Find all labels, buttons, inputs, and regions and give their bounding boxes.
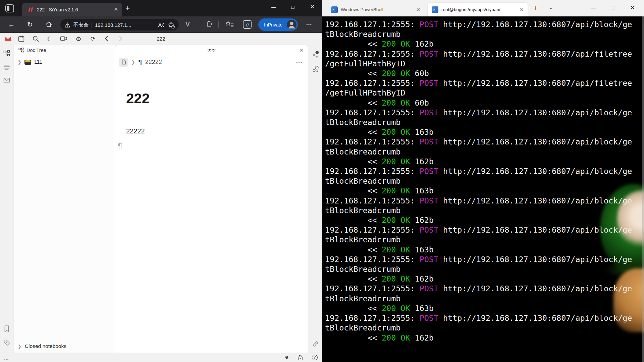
closed-notebooks-label: Closed notebooks bbox=[25, 343, 66, 349]
back-icon[interactable]: ← bbox=[8, 20, 15, 28]
closed-notebooks-row[interactable]: ❯ Closed notebooks bbox=[18, 343, 66, 349]
terminal-log-line: tBlockBreadcrumb bbox=[325, 29, 632, 39]
terminal-log-line: 192.168.127.1:2555: POST http://192.168.… bbox=[325, 49, 632, 59]
terminal-log-line: << 200 OK 163b bbox=[325, 127, 632, 137]
terminal-tab-close-icon[interactable]: ✕ bbox=[520, 7, 524, 12]
terminal-log-line: 192.168.127.1:2555: POST http://192.168.… bbox=[325, 284, 632, 294]
siyuan-window-title: 222 bbox=[157, 36, 165, 42]
nav-forward-icon[interactable] bbox=[117, 35, 125, 43]
terminal-tab-close-icon[interactable]: ✕ bbox=[416, 7, 420, 12]
terminal-log-line: << 200 OK 162b bbox=[325, 274, 632, 284]
slash-menu-icon[interactable] bbox=[4, 356, 9, 360]
left-dock bbox=[0, 45, 13, 353]
browser-tab-strip: 222 - SiYuan v2.1.6 ✕ + — □ ✕ bbox=[0, 0, 322, 16]
breadcrumb-doc-name[interactable]: 22222 bbox=[145, 59, 162, 66]
document-heading[interactable]: 222 bbox=[126, 90, 150, 107]
sync-icon[interactable]: ⟳ bbox=[89, 35, 97, 43]
terminal-log-line: 192.168.127.1:2555: POST http://192.168.… bbox=[325, 225, 632, 235]
siyuan-favicon-icon bbox=[28, 7, 34, 12]
terminal-log-line: /getFullHPathByID bbox=[325, 59, 632, 69]
address-bar[interactable]: 不安全 192.168.127.1... bbox=[60, 19, 179, 31]
editor-tab-title[interactable]: 222 bbox=[207, 48, 216, 53]
nav-back-icon[interactable] bbox=[103, 35, 111, 43]
global-graph-dock-icon[interactable] bbox=[312, 66, 319, 72]
terminal-new-tab-button[interactable]: + bbox=[534, 4, 538, 12]
refresh-icon[interactable]: ↻ bbox=[27, 20, 33, 28]
outline-dock-icon[interactable] bbox=[3, 64, 10, 70]
terminal-minimize-button[interactable]: — bbox=[585, 0, 601, 15]
profile-avatar[interactable] bbox=[287, 20, 297, 29]
terminal-log-line: tBlockBreadcrumb bbox=[325, 118, 632, 127]
terminal-log-line: << 200 OK 60b bbox=[325, 98, 632, 108]
siyuan-app: ☾ ⚙ ⟳ 222 bbox=[0, 33, 322, 362]
notebook-name[interactable]: 111 bbox=[34, 59, 42, 65]
notebook-icon bbox=[24, 60, 31, 65]
browser-tab[interactable]: 222 - SiYuan v2.1.6 ✕ bbox=[22, 3, 122, 16]
terminal-log-line: 192.168.127.1:2555: POST http://192.168.… bbox=[325, 108, 632, 118]
inprivate-badge[interactable]: InPrivate bbox=[258, 18, 298, 31]
document-icon bbox=[121, 59, 126, 65]
browser-minimize-button[interactable]: — bbox=[266, 1, 281, 13]
url-text[interactable]: 192.168.127.1... bbox=[95, 22, 155, 28]
settings-gear-icon[interactable]: ⚙ bbox=[74, 35, 83, 43]
terminal-tab-label: Windows PowerShell bbox=[341, 7, 409, 12]
vue-devtools-extension-icon[interactable]: V bbox=[185, 21, 190, 28]
browser-close-button[interactable]: ✕ bbox=[305, 1, 320, 13]
siyuan-toolbar: ☾ ⚙ ⟳ 222 bbox=[0, 33, 322, 45]
editor-tab-close-icon[interactable]: ✕ bbox=[299, 47, 304, 53]
tab-actions-menu-button[interactable] bbox=[5, 4, 14, 12]
terminal-body[interactable]: 192.168.127.1:2555: POST http://192.168.… bbox=[322, 16, 644, 362]
new-tab-button[interactable]: + bbox=[125, 4, 130, 13]
terminal-log-line: 192.168.127.1:2555: POST http://192.168.… bbox=[325, 137, 632, 147]
read-aloud-icon[interactable] bbox=[158, 22, 165, 28]
not-secure-warning-icon bbox=[64, 22, 70, 28]
notebook-item[interactable]: ❯ 111 bbox=[18, 59, 42, 65]
collections-icon[interactable] bbox=[225, 21, 234, 28]
help-icon[interactable]: ? bbox=[311, 354, 318, 361]
document-paragraph[interactable]: 22222 bbox=[126, 127, 145, 135]
closed-notebooks-chevron-icon[interactable]: ❯ bbox=[18, 344, 21, 349]
doc-tree-dock-icon[interactable] bbox=[3, 50, 10, 57]
daily-note-icon[interactable] bbox=[18, 35, 26, 43]
terminal-close-button[interactable]: ✕ bbox=[625, 0, 640, 15]
doc-tree-header-label: Doc Tree bbox=[26, 48, 46, 53]
search-icon[interactable] bbox=[32, 35, 40, 43]
home-icon[interactable] bbox=[45, 21, 52, 28]
tab-close-icon[interactable]: ✕ bbox=[114, 6, 118, 12]
terminal-log-line: 192.168.127.1:2555: POST http://192.168.… bbox=[325, 255, 632, 264]
terminal-maximize-button[interactable]: □ bbox=[606, 0, 621, 15]
terminal-log-line: << 200 OK 162b bbox=[325, 157, 632, 167]
empty-block-pilcrow: ¶ bbox=[117, 141, 122, 150]
terminal-scrollbar[interactable] bbox=[642, 16, 644, 362]
terminal-log-line: << 200 OK 60b bbox=[325, 69, 632, 78]
backlinks-link-icon[interactable] bbox=[312, 341, 319, 347]
powershell-icon: >_ bbox=[432, 6, 438, 13]
security-label: 不安全 bbox=[73, 22, 89, 28]
tag-dock-icon[interactable] bbox=[3, 339, 10, 346]
like-heart-icon[interactable]: ♥ bbox=[283, 354, 290, 361]
powershell-icon: >_ bbox=[331, 6, 338, 13]
dark-mode-moon-icon[interactable]: ☾ bbox=[46, 35, 54, 43]
ie-mode-icon[interactable]: e bbox=[243, 20, 252, 29]
siyuan-logo-icon[interactable] bbox=[4, 35, 12, 43]
bookmark-dock-icon[interactable] bbox=[3, 325, 10, 332]
terminal-log-line: 192.168.127.1:2555: POST http://192.168.… bbox=[325, 20, 632, 29]
inprivate-label: InPrivate bbox=[264, 22, 287, 27]
record-camera-icon[interactable] bbox=[60, 35, 68, 43]
terminal-log-line: << 200 OK 163b bbox=[325, 245, 632, 255]
breadcrumb-doc-chip[interactable] bbox=[119, 58, 128, 67]
terminal-tab-powershell[interactable]: >_ Windows PowerShell ✕ bbox=[327, 3, 424, 16]
graph-dock-icon[interactable] bbox=[312, 50, 319, 57]
browser-maximize-button[interactable]: □ bbox=[285, 1, 301, 13]
browser-settings-menu-icon[interactable]: … bbox=[306, 20, 312, 27]
extensions-puzzle-icon[interactable] bbox=[205, 20, 213, 28]
terminal-tab-ssh[interactable]: >_ root@bogon:/myapps/siyuan/ ✕ bbox=[428, 3, 528, 16]
inbox-dock-icon[interactable] bbox=[3, 77, 10, 84]
terminal-log-line: << 200 OK 163b bbox=[325, 186, 632, 196]
notebook-expand-chevron-icon[interactable]: ❯ bbox=[18, 60, 21, 65]
terminal-tab-dropdown-icon[interactable]: ⌄ bbox=[549, 5, 553, 10]
breadcrumb-chevron-icon: ❯ bbox=[131, 59, 135, 65]
lock-icon[interactable] bbox=[297, 354, 304, 361]
add-favorite-icon[interactable] bbox=[168, 21, 175, 28]
editor-more-icon[interactable]: ··· bbox=[296, 60, 303, 66]
